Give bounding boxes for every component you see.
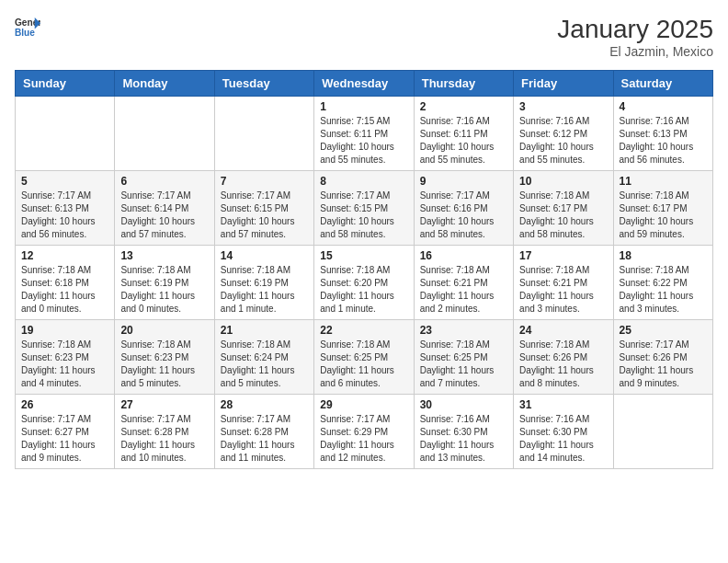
day-number: 9 <box>420 175 507 188</box>
day-number: 27 <box>120 398 208 411</box>
day-number: 1 <box>320 100 407 113</box>
calendar-day-cell: 22Sunrise: 7:18 AMSunset: 6:25 PMDayligh… <box>314 320 414 395</box>
day-number: 10 <box>519 175 607 188</box>
calendar-day-cell: 1Sunrise: 7:15 AMSunset: 6:11 PMDaylight… <box>314 97 414 171</box>
calendar-day-cell <box>613 395 712 469</box>
calendar-day-cell: 20Sunrise: 7:18 AMSunset: 6:23 PMDayligh… <box>115 320 214 395</box>
calendar-day-cell <box>16 97 115 171</box>
calendar-day-cell: 17Sunrise: 7:18 AMSunset: 6:21 PMDayligh… <box>514 246 613 320</box>
day-info: Sunrise: 7:17 AMSunset: 6:27 PMDaylight:… <box>21 413 108 465</box>
day-of-week-header: Friday <box>514 71 613 97</box>
day-info: Sunrise: 7:18 AMSunset: 6:20 PMDaylight:… <box>320 264 407 316</box>
day-info: Sunrise: 7:17 AMSunset: 6:29 PMDaylight:… <box>320 413 407 465</box>
month-year: January 2025 <box>557 15 713 44</box>
location: El Jazmin, Mexico <box>557 44 713 59</box>
calendar-day-cell: 5Sunrise: 7:17 AMSunset: 6:13 PMDaylight… <box>16 171 115 246</box>
calendar-header-row: SundayMondayTuesdayWednesdayThursdayFrid… <box>16 71 713 97</box>
calendar-day-cell: 16Sunrise: 7:18 AMSunset: 6:21 PMDayligh… <box>414 246 513 320</box>
calendar-day-cell: 19Sunrise: 7:18 AMSunset: 6:23 PMDayligh… <box>16 320 115 395</box>
day-info: Sunrise: 7:16 AMSunset: 6:30 PMDaylight:… <box>420 413 507 465</box>
day-info: Sunrise: 7:18 AMSunset: 6:18 PMDaylight:… <box>21 264 108 316</box>
calendar-day-cell: 6Sunrise: 7:17 AMSunset: 6:14 PMDaylight… <box>115 171 214 246</box>
day-number: 2 <box>420 100 507 113</box>
day-number: 18 <box>620 249 707 262</box>
day-info: Sunrise: 7:17 AMSunset: 6:26 PMDaylight:… <box>620 339 707 390</box>
calendar-day-cell: 21Sunrise: 7:18 AMSunset: 6:24 PMDayligh… <box>214 320 313 395</box>
day-number: 7 <box>221 175 308 188</box>
day-info: Sunrise: 7:18 AMSunset: 6:26 PMDaylight:… <box>519 339 607 390</box>
day-of-week-header: Thursday <box>414 71 513 97</box>
calendar-day-cell: 23Sunrise: 7:18 AMSunset: 6:25 PMDayligh… <box>414 320 513 395</box>
logo-icon: General Blue <box>15 15 40 40</box>
svg-text:Blue: Blue <box>15 28 35 38</box>
day-number: 19 <box>21 324 108 337</box>
calendar-day-cell: 26Sunrise: 7:17 AMSunset: 6:27 PMDayligh… <box>16 395 115 469</box>
day-number: 25 <box>620 324 707 337</box>
calendar-day-cell: 12Sunrise: 7:18 AMSunset: 6:18 PMDayligh… <box>16 246 115 320</box>
day-of-week-header: Wednesday <box>314 71 414 97</box>
day-of-week-header: Monday <box>115 71 214 97</box>
day-info: Sunrise: 7:18 AMSunset: 6:22 PMDaylight:… <box>620 264 707 316</box>
day-info: Sunrise: 7:16 AMSunset: 6:30 PMDaylight:… <box>519 413 607 465</box>
day-info: Sunrise: 7:18 AMSunset: 6:25 PMDaylight:… <box>320 339 407 390</box>
day-number: 21 <box>221 324 308 337</box>
calendar-day-cell: 8Sunrise: 7:17 AMSunset: 6:15 PMDaylight… <box>314 171 414 246</box>
day-number: 16 <box>420 249 507 262</box>
calendar-day-cell <box>115 97 214 171</box>
day-info: Sunrise: 7:18 AMSunset: 6:24 PMDaylight:… <box>221 339 308 390</box>
day-number: 30 <box>420 398 507 411</box>
day-info: Sunrise: 7:17 AMSunset: 6:14 PMDaylight:… <box>120 190 208 241</box>
calendar-day-cell: 7Sunrise: 7:17 AMSunset: 6:15 PMDaylight… <box>214 171 313 246</box>
day-number: 8 <box>320 175 407 188</box>
day-number: 4 <box>620 100 707 113</box>
calendar-day-cell: 3Sunrise: 7:16 AMSunset: 6:12 PMDaylight… <box>514 97 613 171</box>
calendar-table: SundayMondayTuesdayWednesdayThursdayFrid… <box>15 70 713 469</box>
day-info: Sunrise: 7:16 AMSunset: 6:11 PMDaylight:… <box>420 115 507 167</box>
day-info: Sunrise: 7:17 AMSunset: 6:28 PMDaylight:… <box>120 413 208 465</box>
day-of-week-header: Saturday <box>613 71 712 97</box>
calendar-day-cell <box>214 97 313 171</box>
calendar-day-cell: 27Sunrise: 7:17 AMSunset: 6:28 PMDayligh… <box>115 395 214 469</box>
calendar-day-cell: 24Sunrise: 7:18 AMSunset: 6:26 PMDayligh… <box>514 320 613 395</box>
day-number: 5 <box>21 175 108 188</box>
logo: General Blue <box>15 15 40 40</box>
day-info: Sunrise: 7:18 AMSunset: 6:23 PMDaylight:… <box>120 339 208 390</box>
calendar-week-row: 1Sunrise: 7:15 AMSunset: 6:11 PMDaylight… <box>16 97 713 171</box>
day-number: 6 <box>120 175 208 188</box>
day-number: 3 <box>519 100 607 113</box>
calendar-day-cell: 11Sunrise: 7:18 AMSunset: 6:17 PMDayligh… <box>613 171 712 246</box>
day-info: Sunrise: 7:18 AMSunset: 6:17 PMDaylight:… <box>620 190 707 241</box>
day-info: Sunrise: 7:15 AMSunset: 6:11 PMDaylight:… <box>320 115 407 167</box>
calendar-day-cell: 31Sunrise: 7:16 AMSunset: 6:30 PMDayligh… <box>514 395 613 469</box>
day-of-week-header: Sunday <box>16 71 115 97</box>
day-info: Sunrise: 7:17 AMSunset: 6:15 PMDaylight:… <box>221 190 308 241</box>
day-info: Sunrise: 7:17 AMSunset: 6:15 PMDaylight:… <box>320 190 407 241</box>
day-number: 22 <box>320 324 407 337</box>
calendar-day-cell: 15Sunrise: 7:18 AMSunset: 6:20 PMDayligh… <box>314 246 414 320</box>
calendar-day-cell: 28Sunrise: 7:17 AMSunset: 6:28 PMDayligh… <box>214 395 313 469</box>
calendar-day-cell: 30Sunrise: 7:16 AMSunset: 6:30 PMDayligh… <box>414 395 513 469</box>
day-info: Sunrise: 7:16 AMSunset: 6:12 PMDaylight:… <box>519 115 607 167</box>
day-number: 17 <box>519 249 607 262</box>
calendar-week-row: 26Sunrise: 7:17 AMSunset: 6:27 PMDayligh… <box>16 395 713 469</box>
day-number: 12 <box>21 249 108 262</box>
day-info: Sunrise: 7:16 AMSunset: 6:13 PMDaylight:… <box>620 115 707 167</box>
calendar-week-row: 19Sunrise: 7:18 AMSunset: 6:23 PMDayligh… <box>16 320 713 395</box>
day-of-week-header: Tuesday <box>214 71 313 97</box>
calendar-day-cell: 25Sunrise: 7:17 AMSunset: 6:26 PMDayligh… <box>613 320 712 395</box>
day-info: Sunrise: 7:18 AMSunset: 6:17 PMDaylight:… <box>519 190 607 241</box>
day-number: 15 <box>320 249 407 262</box>
day-number: 26 <box>21 398 108 411</box>
day-number: 13 <box>120 249 208 262</box>
day-info: Sunrise: 7:18 AMSunset: 6:25 PMDaylight:… <box>420 339 507 390</box>
day-number: 23 <box>420 324 507 337</box>
day-info: Sunrise: 7:18 AMSunset: 6:21 PMDaylight:… <box>519 264 607 316</box>
day-number: 31 <box>519 398 607 411</box>
day-number: 11 <box>620 175 707 188</box>
calendar-day-cell: 13Sunrise: 7:18 AMSunset: 6:19 PMDayligh… <box>115 246 214 320</box>
day-number: 28 <box>221 398 308 411</box>
day-info: Sunrise: 7:18 AMSunset: 6:19 PMDaylight:… <box>221 264 308 316</box>
calendar-day-cell: 9Sunrise: 7:17 AMSunset: 6:16 PMDaylight… <box>414 171 513 246</box>
calendar-day-cell: 14Sunrise: 7:18 AMSunset: 6:19 PMDayligh… <box>214 246 313 320</box>
calendar-week-row: 12Sunrise: 7:18 AMSunset: 6:18 PMDayligh… <box>16 246 713 320</box>
